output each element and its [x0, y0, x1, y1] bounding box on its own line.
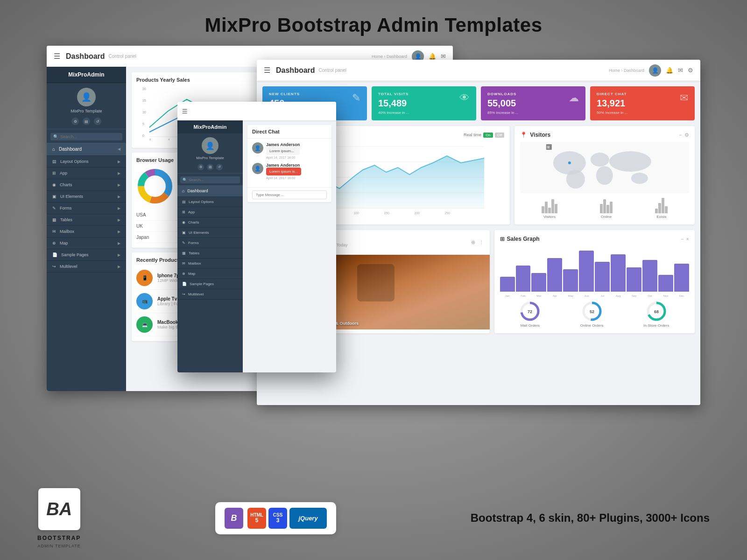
popup-chat-avatar-2: 👤 — [252, 163, 263, 174]
stat-icon-downloads: ☁ — [569, 92, 579, 104]
svg-text:200: 200 — [414, 211, 420, 215]
popup-chat-title: Direct Chat — [247, 125, 331, 139]
popup-nav-map[interactable]: ⊕Map — [177, 269, 243, 279]
svg-point-44 — [591, 153, 609, 167]
toggle-off-btn[interactable]: Off — [495, 133, 505, 138]
popup-nav-forms[interactable]: ✎Forms — [177, 238, 243, 248]
svg-text:20: 20 — [142, 87, 146, 91]
back-search-input[interactable] — [60, 134, 120, 139]
popup-nav-app[interactable]: ⊞App — [177, 207, 243, 217]
toggle-on-btn[interactable]: On — [483, 133, 493, 138]
back-nav-app[interactable]: ⊞App▶ — [47, 168, 126, 179]
popup-chat-sender-2: James Anderson — [266, 163, 301, 168]
mini-bar — [655, 209, 658, 213]
popup-search-input[interactable] — [189, 178, 238, 182]
back-nav-sample[interactable]: 📄Sample Pages▶ — [47, 249, 126, 261]
popup-nav-mailbox[interactable]: ✉Mailbox — [177, 259, 243, 269]
svg-text:100: 100 — [353, 211, 359, 215]
visitors-actions[interactable]: − ⚙ — [679, 132, 689, 138]
back-nav-tables[interactable]: ▦Tables▶ — [47, 214, 126, 226]
back-sidebar-icon-1[interactable]: ⚙ — [71, 118, 79, 125]
back-sidebar-username: MixPro Template — [47, 109, 126, 116]
back-nav-map[interactable]: ⊕Map▶ — [47, 238, 126, 249]
back-nav-dashboard[interactable]: ⌂Dashboard◀ — [47, 143, 126, 156]
popup-icon-2[interactable]: ▤ — [207, 164, 213, 170]
front-bell-icon[interactable]: 🔔 — [666, 67, 673, 74]
bar-group-dec — [674, 264, 689, 292]
popup-nav-multilevel[interactable]: ↪Multilevel — [177, 289, 243, 300]
back-nav-layout[interactable]: ▤Layout Options▶ — [47, 156, 126, 168]
back-nav-charts[interactable]: ◉Charts▶ — [47, 179, 126, 191]
yearly-sales-title: Products Yearly Sales — [136, 77, 190, 83]
back-sidebar-avatar: 👤 — [77, 88, 96, 106]
popup-chat-body: 👤 James Anderson Lorem ipsum... April 14… — [247, 139, 331, 187]
svg-text:0: 0 — [149, 138, 151, 141]
mini-chart-exists-label: Exists — [655, 215, 668, 219]
sales-grid-icon: ⊞ — [500, 236, 505, 242]
svg-point-45 — [596, 166, 613, 185]
back-nav-mailbox[interactable]: ✉Mailbox▶ — [47, 226, 126, 238]
stat-card-visits: TOTAL VISITS 15,489 40% Increase in ... … — [372, 86, 476, 120]
svg-text:0: 0 — [142, 134, 144, 137]
mini-bar — [545, 202, 548, 213]
mini-charts-row: Visitors Online — [520, 197, 689, 219]
circle-stat-online: 52 Online Orders — [580, 301, 604, 328]
mini-bar — [662, 198, 664, 213]
popup-nav-ui[interactable]: ▣UI Elements — [177, 228, 243, 238]
hamburger-icon[interactable]: ☰ — [54, 52, 60, 61]
circle-stats-row: 72 Mail Orders 52 Online Orders — [500, 301, 689, 328]
realtime-toggle: Real time On Off — [464, 133, 504, 138]
visitors-settings-icon[interactable]: ⚙ — [684, 132, 689, 138]
popup-nav-dashboard[interactable]: ⌂Dashboard — [177, 185, 243, 197]
back-dashboard-title: Dashboard — [66, 52, 105, 61]
front-topbar-avatar[interactable]: 👤 — [649, 64, 661, 77]
front-mail-icon[interactable]: ✉ — [678, 67, 683, 74]
bar-group-mar — [531, 273, 546, 292]
promo-text: Bootstrap 4, 6 skin, 80+ Plugins, 3000+ … — [471, 511, 710, 525]
back-sidebar-icon-2[interactable]: ▤ — [83, 118, 90, 125]
popup-nav-tables[interactable]: ▦Tables — [177, 248, 243, 259]
stat-icon-chat: ✉ — [680, 92, 688, 104]
visitors-location-icon: 📍 — [520, 132, 527, 138]
svg-point-46 — [609, 151, 651, 172]
visitors-card: 📍 Visitors − ⚙ — [514, 126, 695, 224]
product-thumb-3: 💻 — [136, 316, 153, 333]
mini-chart-visitors: Visitors — [542, 197, 557, 219]
front-settings-icon[interactable]: ⚙ — [688, 67, 693, 74]
popup-nav-charts[interactable]: ◉Charts — [177, 217, 243, 228]
bar-jun — [579, 251, 594, 292]
popup-nav-sample[interactable]: 📄Sample Pages — [177, 279, 243, 289]
popup-chat-content-1: James Anderson Lorem ipsum... April 14, … — [266, 142, 300, 159]
popup-chat-input[interactable] — [252, 190, 327, 199]
post-action-2[interactable]: ⋮ — [479, 239, 484, 245]
popup-icon-3[interactable]: ↺ — [216, 164, 223, 170]
stat-change-chat: 50% Increase in ... — [597, 111, 627, 115]
back-bell-icon[interactable]: 🔔 — [429, 53, 436, 60]
visitors-world-map: ⊞ — [520, 142, 689, 193]
popup-hamburger-icon[interactable]: ☰ — [182, 108, 188, 115]
back-sidebar-icon-3[interactable]: ↺ — [94, 118, 101, 125]
sales-minimize-icon[interactable]: − — [681, 236, 684, 242]
css3-badge: CSS 3 — [268, 508, 287, 529]
back-nav-multilevel[interactable]: ↪Multilevel▶ — [47, 261, 126, 273]
bar-mar — [531, 273, 546, 292]
back-nav-ui[interactable]: ▣UI Elements▶ — [47, 191, 126, 203]
sales-actions[interactable]: − × — [681, 236, 689, 242]
back-mail-icon[interactable]: ✉ — [441, 53, 446, 60]
back-nav-forms[interactable]: ✎Forms▶ — [47, 203, 126, 214]
product-thumb-1: 📱 — [136, 270, 153, 286]
popup-avatar: 👤 — [202, 137, 218, 154]
popup-main: MixProAdmin 👤 MixPro Template ⚙ ▤ ↺ 🔍 ⌂D… — [177, 120, 336, 372]
post-action-1[interactable]: ⊕ — [471, 239, 475, 245]
back-breadcrumb: Home › Dashboard — [372, 54, 407, 59]
popup-nav-layout[interactable]: ▤Layout Options — [177, 197, 243, 207]
visitors-minimize-icon[interactable]: − — [679, 132, 682, 138]
sales-close-icon[interactable]: × — [686, 236, 689, 242]
circle-stat-instore: 68 In-Store Orders — [643, 301, 669, 328]
post-image-placeholder — [357, 264, 395, 301]
front-hamburger-icon[interactable]: ☰ — [264, 66, 270, 75]
bootstrap-label: BOOTSTRAP — [37, 535, 81, 541]
circle-mail-svg: 72 — [520, 301, 540, 322]
popup-direct-chat: Direct Chat 👤 James Anderson Lorem ipsum… — [247, 125, 331, 202]
popup-icon-1[interactable]: ⚙ — [197, 164, 204, 170]
